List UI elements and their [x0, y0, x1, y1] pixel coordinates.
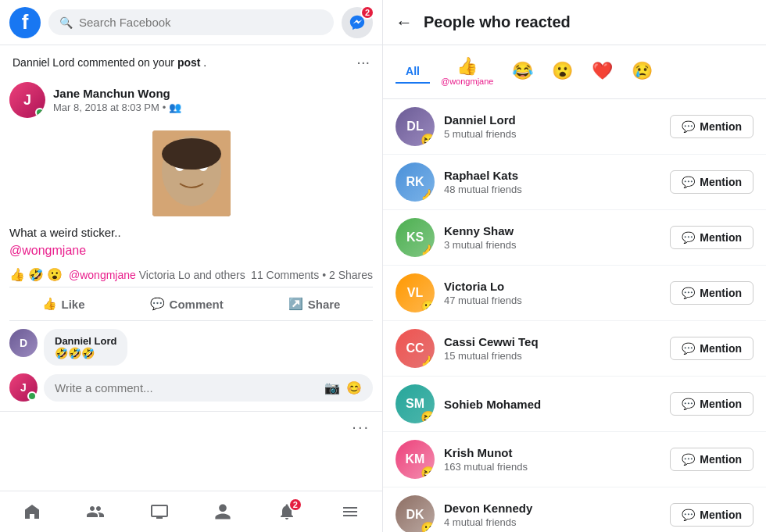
post-text: What a weird sticker.. [9, 226, 373, 239]
comment-author-name[interactable]: Danniel Lord [55, 335, 116, 347]
menu-icon [341, 502, 360, 521]
mention-button-2[interactable]: 💬 Mention [670, 226, 753, 249]
notification-more-button[interactable]: ··· [356, 53, 370, 71]
more-options-button[interactable]: ··· [352, 418, 370, 436]
nav-menu[interactable] [328, 499, 372, 524]
notification-bar: Danniel Lord commented on your post . ··… [0, 45, 382, 74]
person-name-2[interactable]: Kenny Shaw [444, 224, 660, 237]
emoji-icon[interactable]: 😊 [346, 380, 362, 395]
post-author-avatar[interactable]: J [9, 82, 45, 118]
nav-home[interactable] [10, 499, 54, 524]
person-name-4[interactable]: Cassi Cewwi Teq [444, 335, 660, 348]
filter-tab-love[interactable]: ❤️ [584, 56, 621, 87]
top-bar: f 🔍 2 [0, 0, 382, 45]
face-svg [152, 130, 231, 216]
person-name-3[interactable]: Victoria Lo [444, 280, 660, 293]
nav-notifications[interactable]: 2 [265, 499, 309, 524]
person-mutual-6: 163 mutual friends [444, 461, 660, 473]
mention-button-3[interactable]: 💬 Mention [670, 281, 753, 305]
person-avatar-6[interactable]: KM 😆 [396, 440, 435, 479]
person-avatar-7[interactable]: DK 😮 [396, 495, 435, 532]
post-user-info: Jane Manchun Wong Mar 8, 2018 at 8:03 PM… [53, 87, 373, 113]
nav-profile[interactable] [201, 499, 245, 524]
person-row: VL 😮 Victoria Lo 47 mutual friends 💬 Men… [383, 266, 766, 321]
person-mutual-2: 3 mutual friends [444, 239, 660, 251]
person-mutual-0: 5 mutual friends [444, 128, 660, 140]
filter-tab-all[interactable]: All [396, 60, 430, 84]
person-reaction-badge-1: 👍 [421, 188, 435, 202]
mention-button-0[interactable]: 💬 Mention [670, 115, 753, 138]
search-bar[interactable]: 🔍 [48, 9, 334, 35]
right-panel-title: People who reacted [424, 13, 571, 31]
sticker-face [152, 130, 231, 216]
mention-button-5[interactable]: 💬 Mention [670, 392, 753, 416]
filter-tab-sad[interactable]: 😢 [624, 56, 660, 87]
person-row: DL 😆 Danniel Lord 5 mutual friends 💬 Men… [383, 99, 766, 155]
person-avatar-5[interactable]: SM 😆 [396, 384, 435, 423]
person-avatar-0[interactable]: DL 😆 [396, 107, 435, 146]
notif-period: . [203, 56, 206, 69]
right-panel: ← People who reacted All 👍 @wongmjane 😂 … [383, 0, 766, 532]
action-buttons: 👍 Like 💬 Comment ↗️ Share [9, 287, 373, 321]
person-mutual-7: 4 mutual friends [444, 516, 660, 528]
person-name-1[interactable]: Raphael Kats [444, 169, 660, 182]
post-mention[interactable]: @wongmjane [9, 244, 86, 257]
messenger-badge: 2 [360, 5, 374, 20]
notif-post-link[interactable]: post [177, 56, 201, 69]
mention-label-1: Mention [700, 176, 742, 188]
mention-label-6: Mention [700, 453, 742, 466]
notif-username[interactable]: Danniel Lord [13, 56, 74, 69]
nav-watch[interactable] [138, 499, 181, 524]
notif-text: commented on your [77, 56, 177, 69]
person-reaction-badge-4: 👍 [421, 355, 435, 368]
nav-groups[interactable] [73, 499, 117, 524]
person-avatar-3[interactable]: VL 😮 [396, 273, 435, 312]
mention-label-0: Mention [700, 120, 742, 133]
person-info-0: Danniel Lord 5 mutual friends [444, 113, 660, 140]
reaction-text[interactable]: @wongmjane Victoria Lo and others [69, 269, 245, 281]
mention-label-7: Mention [700, 509, 742, 521]
comment-author-avatar[interactable]: D [9, 329, 38, 357]
person-name-5[interactable]: Sohieb Mohamed [444, 398, 660, 411]
bottom-nav: 2 [0, 491, 382, 532]
share-icon: ↗️ [288, 297, 303, 311]
mention-icon-0: 💬 [682, 120, 695, 133]
back-button[interactable]: ← [396, 12, 413, 33]
camera-icon[interactable]: 📷 [324, 380, 340, 395]
filter-tab-like[interactable]: 👍 @wongmjane [433, 52, 501, 92]
share-button[interactable]: ↗️ Share [276, 291, 353, 317]
comment-button[interactable]: 💬 Comment [138, 291, 236, 317]
mention-button-1[interactable]: 💬 Mention [670, 170, 753, 194]
like-button[interactable]: 👍 Like [30, 291, 98, 317]
wow-filter-icon: 😮 [552, 61, 573, 81]
person-avatar-2[interactable]: KS 👍 [396, 218, 435, 257]
person-reaction-badge-6: 😆 [421, 466, 435, 479]
search-input[interactable] [79, 16, 323, 29]
person-name-7[interactable]: Devon Kennedy [444, 502, 660, 515]
more-options-row: ··· [0, 412, 382, 442]
love-filter-icon: ❤️ [592, 61, 613, 81]
mention-button-6[interactable]: 💬 Mention [670, 448, 753, 471]
person-avatar-4[interactable]: CC 👍 [396, 329, 435, 368]
svg-point-6 [162, 138, 221, 170]
reaction-mention[interactable]: @wongmjane [69, 269, 136, 281]
person-mutual-3: 47 mutual friends [444, 295, 660, 306]
person-avatar-1[interactable]: RK 👍 [396, 162, 435, 202]
mention-button-7[interactable]: 💬 Mention [670, 503, 753, 527]
post-area: J Jane Manchun Wong Mar 8, 2018 at 8:03 … [0, 74, 382, 412]
person-name-6[interactable]: Krish Munot [444, 446, 660, 459]
messenger-button[interactable]: 2 [342, 7, 373, 38]
comment-input-box[interactable]: 📷 😊 [44, 374, 373, 402]
comment-bubble: Danniel Lord 🤣🤣🤣 [44, 329, 127, 366]
comment-text-input[interactable] [55, 381, 318, 395]
like-filter-icon: 👍 [456, 56, 478, 77]
mention-button-4[interactable]: 💬 Mention [670, 337, 753, 360]
person-name-0[interactable]: Danniel Lord [444, 113, 660, 127]
person-info-7: Devon Kennedy 4 mutual friends [444, 502, 660, 528]
mention-label-3: Mention [700, 287, 742, 299]
comment-section: D Danniel Lord 🤣🤣🤣 J 📷 😊 [9, 329, 373, 402]
filter-tab-wow[interactable]: 😮 [544, 56, 581, 87]
filter-tab-rofl[interactable]: 😂 [504, 56, 541, 87]
person-row: DK 😮 Devon Kennedy 4 mutual friends 💬 Me… [383, 487, 766, 532]
post-author-name[interactable]: Jane Manchun Wong [53, 87, 373, 100]
